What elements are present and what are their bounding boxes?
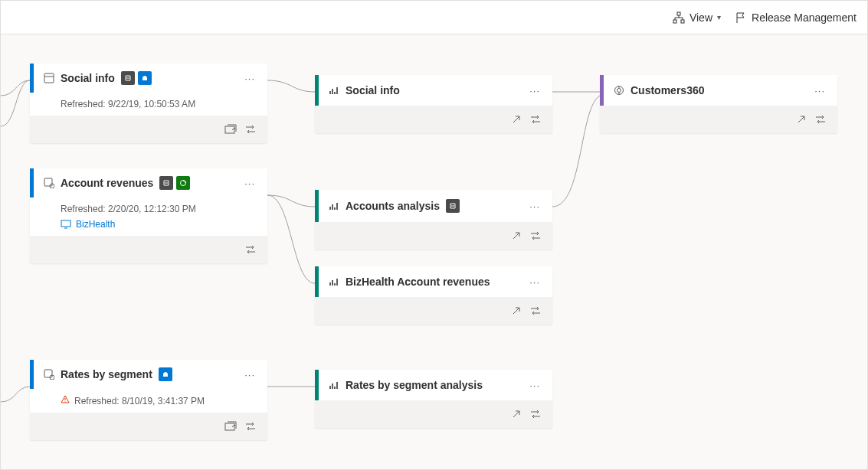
swap-icon[interactable] <box>529 113 542 126</box>
dataset-icon <box>44 73 54 83</box>
app-icon <box>614 85 624 96</box>
svg-rect-0 <box>677 12 680 15</box>
svg-rect-3 <box>44 73 54 83</box>
more-options-button[interactable]: ··· <box>526 201 543 212</box>
dataset-social-info[interactable]: Social info ··· Refreshed: 9/22/19, 10:5… <box>30 64 267 143</box>
node-title: BizHealth Account revenues <box>346 276 490 288</box>
warning-icon <box>61 395 70 406</box>
refreshed-text: Refreshed: 8/10/19, 3:41:37 PM <box>74 396 205 406</box>
node-title: Rates by segment analysis <box>346 379 483 391</box>
report-icon <box>329 380 339 390</box>
svg-rect-5 <box>44 178 52 186</box>
swap-icon[interactable] <box>529 230 542 242</box>
swap-icon[interactable] <box>529 305 542 317</box>
report-icon <box>329 201 339 211</box>
svg-rect-2 <box>681 20 684 23</box>
more-options-button[interactable]: ··· <box>526 380 543 391</box>
swap-icon[interactable] <box>244 123 257 135</box>
more-options-button[interactable]: ··· <box>241 178 258 189</box>
dataset-shared-icon <box>44 178 54 188</box>
report-accounts-analysis[interactable]: Accounts analysis ··· <box>315 190 552 250</box>
open-icon[interactable] <box>796 114 807 125</box>
dataset-account-revenues[interactable]: Account revenues ··· Refreshed: 2/20/20,… <box>30 168 267 263</box>
swap-icon[interactable] <box>244 243 257 256</box>
report-bizhealth-account-revenues[interactable]: BizHealth Account revenues ··· <box>315 266 552 325</box>
sensitivity-badge-icon <box>138 71 152 85</box>
release-management-button[interactable]: Release Management <box>735 11 857 24</box>
certified-badge-icon <box>176 176 190 190</box>
view-label: View <box>689 11 712 24</box>
more-options-button[interactable]: ··· <box>526 85 543 96</box>
report-icon <box>329 85 339 96</box>
dataflow-icon[interactable] <box>224 420 237 432</box>
swap-icon[interactable] <box>244 420 257 432</box>
dataset-rates-by-segment[interactable]: Rates by segment ··· Refreshed: 8/10/19,… <box>30 360 267 440</box>
open-icon[interactable] <box>511 230 522 241</box>
more-options-button[interactable]: ··· <box>241 73 258 84</box>
more-options-button[interactable]: ··· <box>811 85 828 96</box>
dataset-shared-icon <box>44 369 54 380</box>
report-icon <box>329 276 339 287</box>
more-options-button[interactable]: ··· <box>241 369 258 380</box>
more-options-button[interactable]: ··· <box>526 276 543 288</box>
open-icon[interactable] <box>511 409 522 419</box>
svg-rect-9 <box>44 370 52 377</box>
node-title: Rates by segment <box>61 368 152 380</box>
swap-icon[interactable] <box>814 113 827 126</box>
node-title: Accounts analysis <box>346 200 440 212</box>
release-label: Release Management <box>752 11 857 24</box>
lineage-canvas: Social info ··· Refreshed: 9/22/19, 10:5… <box>1 34 867 469</box>
app-customers360[interactable]: Customers360 ··· <box>600 75 837 133</box>
hierarchy-icon <box>673 11 685 24</box>
svg-point-13 <box>617 89 621 93</box>
chevron-down-icon: ▾ <box>717 13 721 21</box>
workspace-link[interactable]: BizHealth <box>61 219 258 230</box>
view-dropdown[interactable]: View ▾ <box>673 11 721 24</box>
report-rates-by-segment-analysis[interactable]: Rates by segment analysis ··· <box>315 370 552 428</box>
endorsement-badge-icon <box>159 176 173 190</box>
sensitivity-badge-icon <box>159 367 172 381</box>
flag-icon <box>735 11 747 24</box>
svg-rect-1 <box>673 20 676 23</box>
refreshed-text: Refreshed: 9/22/19, 10:50:53 AM <box>61 99 195 109</box>
endorsement-badge-icon <box>446 199 460 213</box>
report-social-info[interactable]: Social info ··· <box>315 75 552 133</box>
node-title: Customers360 <box>631 84 705 96</box>
swap-icon[interactable] <box>529 408 542 420</box>
open-icon[interactable] <box>511 305 522 316</box>
dataflow-icon[interactable] <box>224 123 237 135</box>
node-title: Account revenues <box>61 177 153 189</box>
open-icon[interactable] <box>511 114 522 125</box>
svg-rect-8 <box>61 220 70 227</box>
node-title: Social info <box>346 84 400 96</box>
refreshed-text: Refreshed: 2/20/20, 12:12:30 PM <box>61 204 258 214</box>
top-toolbar: View ▾ Release Management <box>1 1 867 34</box>
endorsement-badge-icon <box>121 71 135 85</box>
node-title: Social info <box>61 72 115 84</box>
